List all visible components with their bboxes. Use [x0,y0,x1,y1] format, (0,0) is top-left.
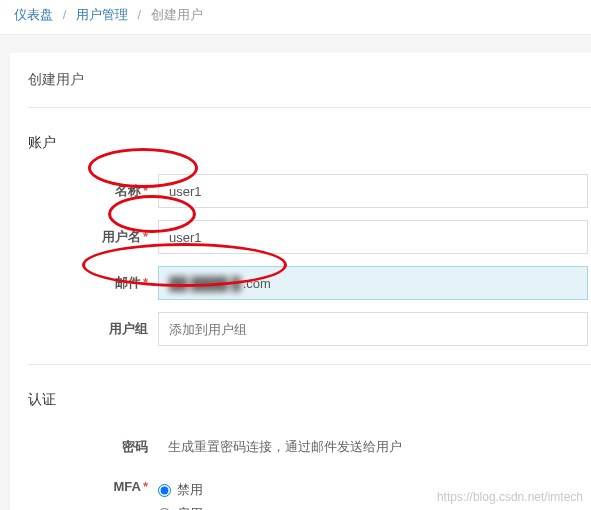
required-star: * [143,183,148,198]
label-mfa: MFA* [28,475,158,494]
label-name: 名称* [28,182,158,200]
input-username[interactable] [158,220,588,254]
row-name: 名称* [28,174,591,208]
label-group: 用户组 [28,320,158,338]
input-name[interactable] [158,174,588,208]
password-desc: 生成重置密码连接，通过邮件发送给用户 [158,431,588,463]
label-password: 密码 [28,438,158,456]
breadcrumb-dashboard[interactable]: 仪表盘 [14,7,53,22]
breadcrumb-current: 创建用户 [151,7,203,22]
section-auth-title: 认证 [28,375,591,419]
mfa-option-enable[interactable]: 启用 [158,505,588,510]
mfa-option-disable[interactable]: 禁用 [158,481,588,499]
label-username: 用户名* [28,228,158,246]
email-control[interactable]: ██ ████ █ .com [158,266,588,300]
required-star: * [143,479,148,494]
breadcrumb-sep: / [138,7,142,22]
row-group: 用户组 [28,312,591,346]
email-redacted: ██ ████ █ [169,276,241,291]
breadcrumb-user-mgmt[interactable]: 用户管理 [76,7,128,22]
page-title: 创建用户 [28,71,591,89]
divider [28,107,591,108]
divider [28,364,591,365]
row-mfa: MFA* 禁用 启用 强制启用 [28,475,591,510]
radio-mfa-disable[interactable] [158,484,171,497]
label-email: 邮件* [28,274,158,292]
row-username: 用户名* [28,220,591,254]
breadcrumb-sep: / [63,7,67,22]
page-container: 创建用户 账户 名称* 用户名* 邮件* ██ ████ █ .com 用户组 [10,53,591,510]
input-group[interactable] [158,312,588,346]
section-account-title: 账户 [28,118,591,162]
mfa-option-label: 禁用 [177,481,203,499]
row-password: 密码 生成重置密码连接，通过邮件发送给用户 [28,431,591,463]
breadcrumb: 仪表盘 / 用户管理 / 创建用户 [0,0,591,35]
required-star: * [143,229,148,244]
mfa-option-label: 启用 [177,505,203,510]
mfa-radio-group: 禁用 启用 强制启用 [158,475,588,510]
email-suffix: .com [243,276,271,291]
row-email: 邮件* ██ ████ █ .com [28,266,591,300]
required-star: * [143,275,148,290]
